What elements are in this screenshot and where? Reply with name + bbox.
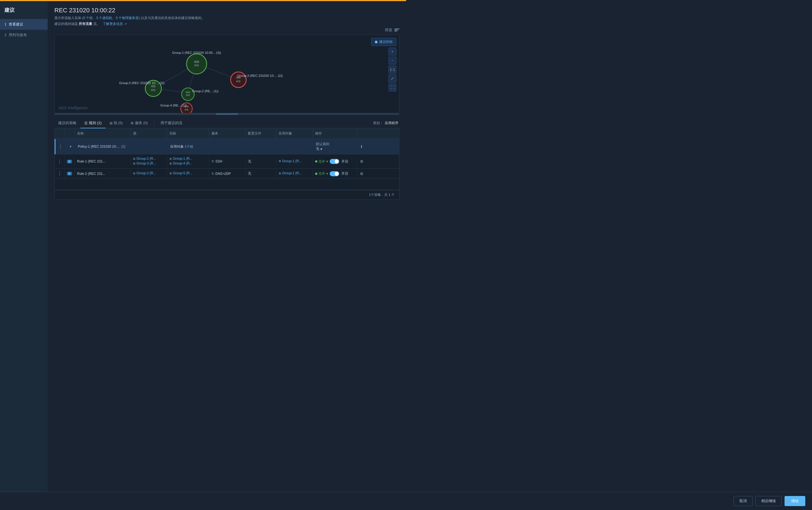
group-icon: ⊞ (133, 172, 135, 175)
tab-strategy-label: 建议的策略 (58, 120, 77, 125)
tab-groups-icon: ⊞ (110, 121, 113, 125)
policy-action-cell: 默认规则 无 ▾ (314, 139, 359, 154)
sidebar-item-publish[interactable]: 2 序列与发布 (0, 30, 48, 40)
svg-text:⊞⊞: ⊞⊞ (194, 60, 199, 63)
policy-group-link[interactable]: 1个组 (185, 145, 193, 148)
rules-table: 名称 源 目标 服务 配置文件 应用对象 操作 ⋮ ▾ Policy-1 (RE… (54, 128, 399, 200)
svg-text:⊞⊞: ⊞⊞ (151, 85, 155, 88)
rule2-source-link1[interactable]: Group-2 (R... (137, 171, 156, 175)
category-label: 类别： (373, 121, 383, 125)
policy-expand[interactable]: ▾ (65, 142, 76, 151)
tab-services[interactable]: ⚙ 服务 (0) (127, 118, 152, 128)
rule2-target-link1[interactable]: Group-5 (R... (173, 171, 192, 175)
tab-divider (154, 120, 154, 126)
policy-note-bold: 所有流量 (79, 22, 92, 26)
rule1-service-label: SSH (215, 160, 222, 163)
policy-applied-obj (277, 144, 314, 149)
tab-rules[interactable]: ☰ 规则 (2) (80, 118, 106, 128)
tab-groups[interactable]: ⊞ 组 (5) (106, 118, 127, 128)
rule1-target: ⊞ Group-1 (R... ⊞ Group-4 (R... (167, 154, 209, 168)
group-icon: ⊞ (170, 157, 172, 160)
zoom-out-button[interactable]: － (389, 57, 396, 64)
rule1-toggle[interactable] (330, 159, 339, 164)
rule2-gear[interactable]: ⚙ (358, 169, 372, 178)
svg-text:Group-2 (RE... (1)): Group-2 (RE... (1)) (192, 89, 219, 93)
rule1-target-group1: ⊞ Group-1 (R... (170, 157, 207, 161)
rule2-new-badge-cell: 新 (65, 169, 75, 178)
dropdown-icon: ▾ (326, 172, 328, 176)
svg-text:⊞⊞: ⊞⊞ (194, 64, 199, 67)
allow-badge: 允许 ▾ (315, 159, 328, 164)
policy-dots-menu[interactable]: ⋮ (58, 144, 63, 149)
th-service: 服务 (209, 128, 246, 139)
rule1-source-group1: ⊞ Group-2 (R... (133, 157, 165, 161)
rule2-applied: ⊞ Group-1 (R... (276, 169, 313, 178)
svg-text:Group-5 (REC 231020 10:... (2): Group-5 (REC 231020 10:... (2)) (119, 81, 164, 85)
rule1-action: 允许 ▾ 开启 (313, 157, 358, 166)
policy-note: 建议的规则涵盖 所有流量 流。 了解更多信息 ↗ (54, 22, 399, 26)
svg-text:⊞⊞: ⊞⊞ (151, 89, 155, 91)
sidebar-item-publish-label: 序列与发布 (9, 32, 27, 37)
table-header: 名称 源 目标 服务 配置文件 应用对象 操作 (55, 128, 399, 139)
rule2-applied-link[interactable]: Group-1 (R... (282, 171, 302, 175)
recommended-group-label: 建议的组 (379, 39, 393, 44)
group-icon: ⊞ (170, 162, 172, 165)
default-rule-select[interactable]: 无 ▾ (316, 146, 356, 151)
service-icon: ↻ (211, 172, 214, 176)
rule2-dots[interactable]: ⋮ (55, 169, 65, 178)
rule1-source-link2[interactable]: Group-3 (R... (137, 162, 156, 165)
empty-row (55, 179, 399, 190)
policy-name: Policy-1 (REC 231020 10:... (78, 145, 120, 148)
rule1-source-link1[interactable]: Group-2 (R... (137, 157, 156, 161)
zoom-reset-button[interactable]: 1:1 (389, 65, 396, 74)
rule1-gear[interactable]: ⚙ (358, 157, 372, 166)
learn-more-link[interactable]: 了解更多信息 ↗ (103, 22, 127, 26)
zoom-expand-button[interactable]: ⛶ (389, 84, 396, 91)
th-source: 源 (131, 128, 167, 139)
group-icon: ⊞ (170, 172, 172, 175)
group-icon: ⊞ (279, 172, 281, 175)
rule1-applied-link[interactable]: Group-1 (R... (282, 159, 302, 163)
subtitle-prefix: 显示所选输入实体 ( (54, 16, 83, 20)
rule1-toggle-group: 开启 (330, 159, 348, 164)
main-content: REC 231020 10:00:22 显示所选输入实体 (0 个组、3 个虚拟… (48, 1, 406, 510)
rule2-allow-label: 允许 (319, 171, 325, 176)
tab-flows-label: 用于建议的流 (160, 120, 182, 125)
policy-note-prefix: 建议的规则涵盖 (54, 22, 79, 26)
gear-icon[interactable]: ⚙ (360, 171, 364, 176)
zoom-in-button[interactable]: ＋ (389, 48, 396, 55)
rule2-service-label: DNS-UDP (215, 172, 231, 176)
network-visualization: 建议的组 ＋ － 1:1 ⤢ ⛶ ⊞⊞ ⊞⊞ Group-1 (R (54, 35, 399, 113)
tab-services-icon: ⚙ (130, 121, 134, 125)
entities-link[interactable]: 0 个组、3 个虚拟机、0 个物理服务器 (83, 16, 139, 20)
rule1-profile: 无 (246, 157, 276, 166)
tab-flows[interactable]: 用于建议的流 (157, 118, 186, 128)
tab-strategy[interactable]: 建议的策略 (54, 118, 80, 128)
rule2-toggle[interactable] (330, 171, 339, 176)
gear-icon[interactable]: ⚙ (360, 159, 364, 164)
policy-name-cell: Policy-1 (REC 231020 10:... (2) (76, 142, 132, 151)
svg-text:Group-3 (REC 231020 10:... (2): Group-3 (REC 231020 10:... (2)) (237, 74, 282, 77)
policy-source (132, 144, 168, 149)
sidebar-item-view-label: 查看建议 (9, 22, 23, 27)
svg-text:Group-4 (RE... (1)): Group-4 (RE... (1)) (160, 104, 187, 107)
policy-service (210, 144, 246, 149)
sidebar-item-view[interactable]: 1 查看建议 (0, 19, 48, 30)
recommended-group-button[interactable]: 建议的组 (371, 38, 396, 46)
th-dots (55, 128, 65, 139)
rule1-target-group2: ⊞ Group-4 (R... (170, 162, 207, 165)
rule1-service: ↻ SSH (209, 157, 246, 166)
policy-dots[interactable]: ⋮ (56, 141, 65, 152)
info-icon[interactable]: ℹ (361, 144, 362, 149)
group-icon: ⊞ (133, 162, 135, 165)
svg-text:⊞⊞: ⊞⊞ (185, 109, 188, 111)
rule2-source-group1: ⊞ Group-2 (R... (133, 171, 165, 175)
rule1-dots[interactable]: ⋮ (55, 157, 65, 166)
rule1-name: Rule-1 (REC 231... (75, 157, 131, 166)
zoom-fit-button[interactable]: ⤢ (389, 75, 396, 82)
rule1-target-link1[interactable]: Group-1 (R... (173, 157, 192, 161)
filter-toggle[interactable] (394, 29, 399, 31)
chevron-down-icon: ▾ (70, 145, 71, 148)
rule1-target-link2[interactable]: Group-4 (R... (173, 162, 192, 165)
service-icon: ↻ (211, 160, 214, 163)
